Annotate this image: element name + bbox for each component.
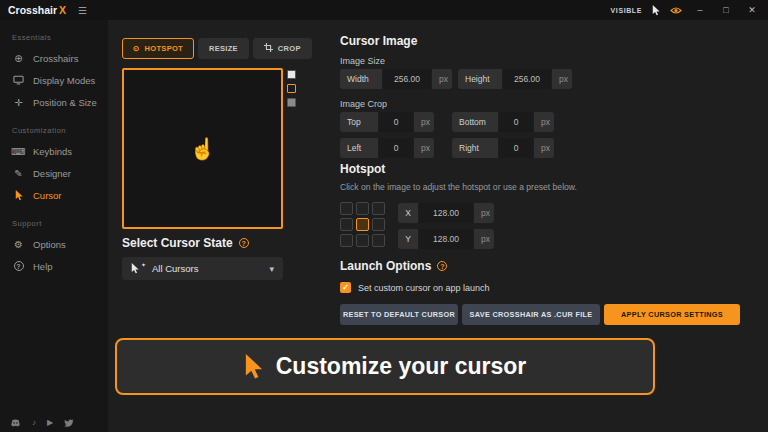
app-logo: Crosshair X: [8, 4, 66, 16]
hotspot-preset-top-left[interactable]: [340, 202, 353, 215]
crop-right-field: Right 0 px: [452, 138, 554, 158]
sidebar-item-label: Help: [33, 261, 53, 272]
height-field-label: Height: [458, 69, 502, 89]
background-swatch-gray[interactable]: [287, 98, 296, 107]
app-logo-x: X: [59, 4, 66, 16]
tab-hotspot[interactable]: ⊙ HOTSPOT: [122, 38, 194, 59]
target-icon: ⊙: [133, 44, 140, 53]
sidebar-item-label: Position & Size: [33, 97, 97, 108]
cursor-preview-image: ☝: [189, 137, 215, 161]
discord-icon[interactable]: [10, 419, 21, 427]
sidebar-section-customization: Customization: [0, 113, 108, 140]
keyboard-icon: ⌨: [12, 146, 25, 157]
visibility-status-label: VISIBLE: [611, 7, 642, 14]
maximize-button[interactable]: □: [718, 5, 734, 15]
tab-crop[interactable]: CROP: [253, 38, 312, 59]
launch-checkbox[interactable]: ✓: [340, 282, 351, 293]
hotspot-preset-middle-left[interactable]: [340, 218, 353, 231]
hotspot-preset-middle-right[interactable]: [372, 218, 385, 231]
background-swatch-white[interactable]: [287, 70, 296, 79]
sidebar-item-designer[interactable]: ✎ Designer: [0, 162, 108, 184]
crop-left-input[interactable]: 0: [379, 138, 413, 158]
crop-top-input[interactable]: 0: [379, 112, 413, 132]
crop-right-label: Right: [452, 138, 498, 158]
tiktok-icon[interactable]: ♪: [32, 418, 36, 427]
save-cur-file-button[interactable]: SAVE CROSSHAIR AS .CUR FILE: [462, 304, 600, 325]
sidebar-item-crosshairs[interactable]: ⊕ Crosshairs: [0, 47, 108, 69]
app-name: Crosshair: [8, 4, 57, 16]
hotspot-x-input[interactable]: 128.00: [419, 203, 473, 223]
banner-text: Customize your cursor: [276, 353, 527, 380]
gear-icon: ⚙: [12, 239, 25, 250]
hotspot-preset-top-right[interactable]: [372, 202, 385, 215]
sidebar-item-label: Display Modes: [33, 75, 95, 86]
chevron-down-icon: ▾: [269, 264, 274, 274]
crop-top-label: Top: [340, 112, 378, 132]
sidebar-item-options[interactable]: ⚙ Options: [0, 233, 108, 255]
width-unit: px: [432, 69, 452, 89]
width-field: Width 256.00 px: [340, 69, 452, 89]
close-button[interactable]: ✕: [744, 5, 760, 15]
cursor-arrow-icon: [131, 263, 139, 274]
sidebar-item-cursor[interactable]: Cursor: [0, 184, 108, 206]
hotspot-description: Click on the image to adjust the hotspot…: [340, 182, 577, 192]
cursor-state-dropdown[interactable]: ✦ All Cursors ▾: [122, 257, 283, 280]
reset-default-cursor-button[interactable]: RESET TO DEFAULT CURSOR: [340, 304, 458, 325]
pencil-icon: ✎: [12, 168, 25, 179]
hotspot-preset-bottom-center[interactable]: [356, 234, 369, 247]
height-input[interactable]: 256.00: [503, 69, 551, 89]
hotspot-y-unit: px: [474, 229, 494, 249]
sidebar-item-label: Options: [33, 239, 66, 250]
image-size-label: Image Size: [340, 56, 385, 66]
crop-bottom-field: Bottom 0 px: [452, 112, 554, 132]
cursor-status-icon[interactable]: [652, 5, 660, 16]
twitter-icon[interactable]: [64, 419, 74, 427]
sidebar: Essentials ⊕ Crosshairs Display Modes ✛ …: [0, 20, 108, 432]
sidebar-item-display-modes[interactable]: Display Modes: [0, 69, 108, 91]
crop-icon: [264, 43, 273, 54]
sidebar-item-label: Crosshairs: [33, 53, 78, 64]
help-icon: ?: [12, 261, 25, 271]
sidebar-item-position-size[interactable]: ✛ Position & Size: [0, 91, 108, 113]
crop-left-label: Left: [340, 138, 378, 158]
launch-options-help-icon[interactable]: ?: [437, 261, 447, 271]
tab-resize[interactable]: RESIZE: [198, 38, 249, 59]
width-input[interactable]: 256.00: [383, 69, 431, 89]
youtube-icon[interactable]: ▶: [47, 418, 53, 427]
sidebar-item-label: Keybinds: [33, 146, 72, 157]
sidebar-item-help[interactable]: ? Help: [0, 255, 108, 277]
dropdown-selected-value: All Cursors: [152, 263, 198, 274]
social-links: ♪ ▶: [10, 418, 74, 427]
sidebar-item-keybinds[interactable]: ⌨ Keybinds: [0, 140, 108, 162]
hamburger-menu-icon[interactable]: ☰: [78, 5, 87, 16]
apply-cursor-settings-button[interactable]: APPLY CURSOR SETTINGS: [604, 304, 740, 325]
customize-cursor-banner[interactable]: Customize your cursor: [115, 338, 655, 395]
hotspot-y-field: Y 128.00 px: [398, 229, 494, 249]
cursor-preview-canvas[interactable]: ☝: [122, 68, 283, 229]
cursor-arrow-icon: [12, 190, 25, 201]
select-cursor-state-row: Select Cursor State ?: [122, 236, 249, 250]
hotspot-preset-top-center[interactable]: [356, 202, 369, 215]
height-field: Height 256.00 px: [458, 69, 572, 89]
minimize-button[interactable]: –: [692, 5, 708, 15]
hotspot-x-field: X 128.00 px: [398, 203, 494, 223]
launch-options-row: Launch Options ?: [340, 259, 447, 273]
height-unit: px: [552, 69, 572, 89]
state-help-icon[interactable]: ?: [239, 238, 249, 248]
hotspot-y-input[interactable]: 128.00: [419, 229, 473, 249]
orange-cursor-icon: [244, 354, 263, 380]
visibility-eye-icon[interactable]: [670, 6, 682, 15]
hotspot-preset-center[interactable]: [356, 218, 369, 231]
monitor-icon: [12, 75, 25, 85]
titlebar-right: VISIBLE – □ ✕: [611, 5, 760, 16]
background-swatch-transparent[interactable]: [287, 84, 296, 93]
crop-left-field: Left 0 px: [340, 138, 434, 158]
hotspot-y-label: Y: [398, 229, 418, 249]
crop-right-input[interactable]: 0: [499, 138, 533, 158]
crop-top-unit: px: [414, 112, 434, 132]
hotspot-preset-bottom-left[interactable]: [340, 234, 353, 247]
select-cursor-state-label: Select Cursor State: [122, 236, 233, 250]
tab-label: RESIZE: [209, 44, 238, 53]
crop-bottom-input[interactable]: 0: [499, 112, 533, 132]
hotspot-preset-bottom-right[interactable]: [372, 234, 385, 247]
